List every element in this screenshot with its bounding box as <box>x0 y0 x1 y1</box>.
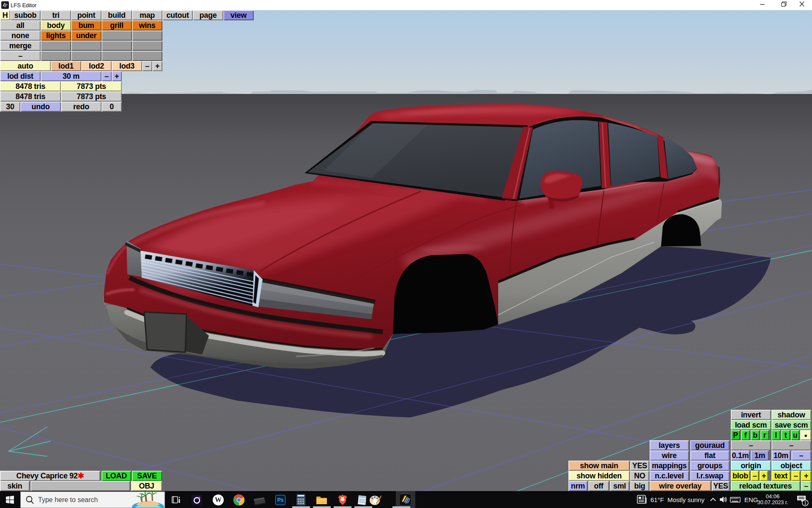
svg-text:1: 1 <box>804 500 807 505</box>
